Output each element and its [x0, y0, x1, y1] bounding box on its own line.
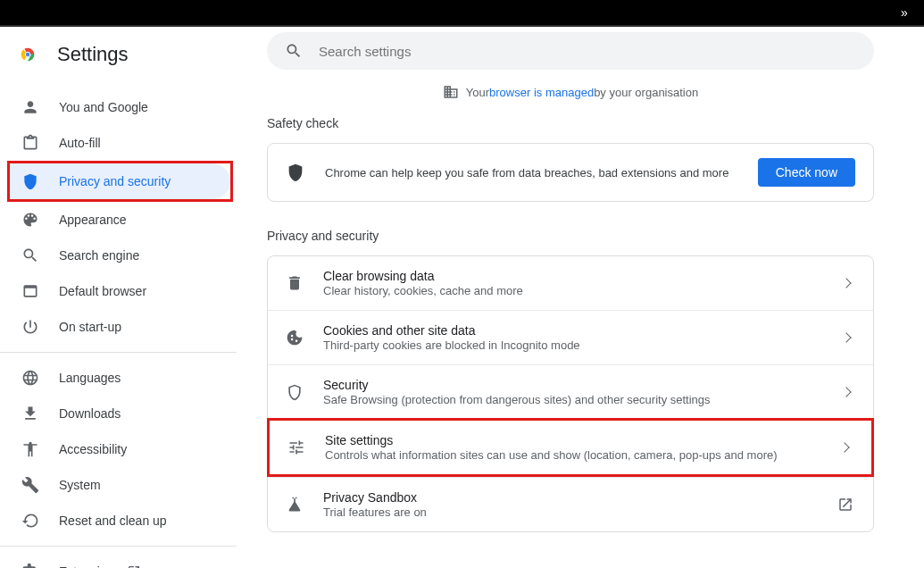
shield-outline-icon	[286, 383, 304, 401]
sidebar-item-extensions[interactable]: Extensions	[0, 554, 219, 568]
sidebar: Settings You and Google Auto-fill Privac…	[0, 30, 237, 568]
sidebar-item-label: Search engine	[59, 248, 139, 263]
sidebar-item-label: Reset and clean up	[59, 514, 167, 528]
sidebar-item-default-browser[interactable]: Default browser	[0, 273, 219, 309]
wrench-icon	[21, 476, 39, 494]
row-sub: Controls what information sites can use …	[325, 448, 841, 462]
safety-check-card: Chrome can help keep you safe from data …	[267, 143, 874, 202]
app-container: Settings You and Google Auto-fill Privac…	[0, 27, 924, 568]
chevron-right-icon	[841, 387, 851, 397]
row-title: Privacy Sandbox	[323, 490, 837, 505]
clipboard-icon	[21, 134, 39, 152]
chevron-right-icon	[839, 442, 849, 452]
nav-divider	[0, 546, 237, 547]
managed-prefix: Your	[466, 86, 489, 99]
row-title: Site settings	[325, 433, 841, 447]
row-sub: Clear history, cookies, cache and more	[323, 284, 843, 297]
sidebar-item-system[interactable]: System	[0, 467, 219, 503]
row-sub: Third-party cookies are blocked in Incog…	[323, 338, 843, 352]
window-icon	[21, 282, 39, 300]
chfind-o-icon	[841, 278, 851, 288]
domain-icon	[443, 84, 459, 100]
check-now-button[interactable]: Check now	[758, 158, 855, 187]
accessibility-icon	[21, 440, 39, 458]
open-in-new-icon	[837, 497, 853, 513]
sidebar-item-reset[interactable]: Reset and clean up	[0, 503, 219, 539]
row-sub: Trial features are on	[323, 505, 837, 519]
cookie-icon	[286, 329, 304, 347]
sidebar-item-label: Default browser	[59, 284, 146, 298]
privacy-heading: Privacy and security	[267, 225, 874, 255]
main-content: Your browser is managed by your organisa…	[237, 30, 924, 568]
sidebar-item-label: Accessibility	[59, 442, 127, 456]
settings-title: Settings	[57, 43, 129, 66]
sidebar-item-label: System	[59, 478, 101, 492]
row-title: Cookies and other site data	[323, 323, 843, 338]
row-title: Clear browsing data	[323, 269, 843, 283]
row-site-settings[interactable]: Site settings Controls what information …	[267, 418, 874, 477]
shield-icon	[21, 172, 39, 190]
row-cookies[interactable]: Cookies and other site data Third-party …	[268, 310, 873, 364]
sidebar-item-label: You and Google	[59, 100, 148, 114]
flask-icon	[286, 496, 304, 514]
search-icon	[21, 246, 39, 264]
sidebar-item-auto-fill[interactable]: Auto-fill	[0, 125, 219, 161]
safety-check-text: Chrome can help keep you safe from data …	[325, 166, 758, 180]
trash-icon	[286, 274, 304, 292]
row-clear-browsing-data[interactable]: Clear browsing data Clear history, cooki…	[268, 256, 873, 310]
sidebar-item-label: Auto-fill	[59, 136, 101, 150]
shield-icon	[286, 163, 305, 182]
row-security[interactable]: Security Safe Browsing (protection from …	[268, 364, 873, 419]
restore-icon	[21, 512, 39, 530]
privacy-card: Clear browsing data Clear history, cooki…	[267, 255, 874, 532]
highlight-privacy-nav: Privacy and security	[7, 161, 233, 202]
sidebar-item-label: Appearance	[59, 213, 127, 227]
person-icon	[21, 98, 39, 116]
window-title-bar: »	[0, 0, 924, 27]
open-in-new-icon	[127, 564, 141, 568]
safety-check-heading: Safety check	[267, 113, 874, 143]
sidebar-item-on-startup[interactable]: On start-up	[0, 309, 219, 345]
tune-icon	[287, 439, 305, 456]
search-bar[interactable]	[267, 32, 874, 70]
safety-check-row: Chrome can help keep you safe from data …	[268, 144, 873, 201]
sidebar-item-languages[interactable]: Languages	[0, 360, 219, 396]
managed-link[interactable]: browser is managed	[489, 86, 594, 99]
chevron-right-icon	[841, 332, 851, 342]
sidebar-item-label: Privacy and security	[59, 174, 171, 188]
sidebar-item-accessibility[interactable]: Accessibility	[0, 431, 219, 467]
sidebar-item-privacy-security[interactable]: Privacy and security	[10, 163, 230, 199]
search-icon	[285, 42, 303, 60]
extension-icon	[21, 563, 39, 568]
search-input[interactable]	[319, 44, 676, 59]
sidebar-nav: You and Google Auto-fill Privacy and sec…	[0, 79, 237, 568]
sidebar-item-label: Languages	[59, 371, 121, 385]
row-title: Security	[323, 378, 843, 392]
managed-notice: Your browser is managed by your organisa…	[253, 70, 888, 113]
row-sub: Safe Browsing (protection from dangerous…	[323, 393, 843, 406]
power-icon	[21, 318, 39, 336]
expand-toolbar-icon[interactable]: »	[892, 5, 917, 20]
sidebar-item-label: On start-up	[59, 320, 121, 334]
palette-icon	[21, 211, 39, 229]
sidebar-item-downloads[interactable]: Downloads	[0, 396, 219, 431]
chrome-logo-icon	[18, 45, 37, 64]
sidebar-header: Settings	[0, 34, 237, 79]
managed-suffix: by your organisation	[594, 86, 698, 99]
sidebar-item-label: Extensions	[59, 564, 120, 568]
sidebar-item-search-engine[interactable]: Search engine	[0, 238, 219, 273]
globe-icon	[21, 369, 39, 387]
sidebar-item-appearance[interactable]: Appearance	[0, 202, 219, 238]
download-icon	[21, 405, 39, 422]
row-privacy-sandbox[interactable]: Privacy Sandbox Trial features are on	[268, 477, 873, 531]
sidebar-item-you-and-google[interactable]: You and Google	[0, 89, 219, 125]
nav-divider	[0, 352, 237, 353]
sidebar-item-label: Downloads	[59, 406, 121, 421]
